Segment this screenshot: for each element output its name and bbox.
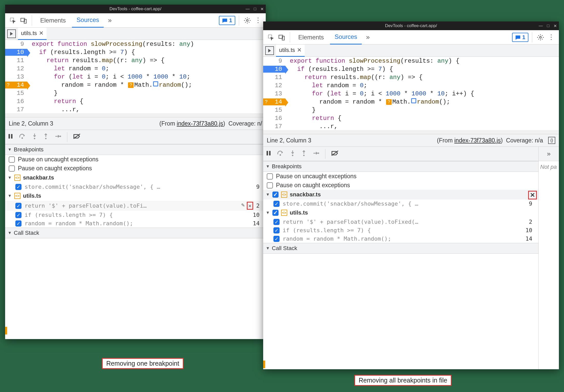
deactivate-breakpoints-icon[interactable]	[73, 133, 81, 141]
step-icon[interactable]	[54, 133, 61, 141]
pretty-print-icon[interactable]: {}	[548, 137, 555, 144]
line-gutter[interactable]: 14?	[5, 82, 27, 88]
line-gutter[interactable]: 17	[5, 106, 27, 113]
code-line[interactable]: }	[27, 90, 58, 97]
tab-elements[interactable]: Elements	[294, 30, 328, 44]
breakpoint-item[interactable]: ✓ store.commit('snackbar/showMessage', {…	[263, 199, 538, 208]
code-line[interactable]: ...r,	[27, 106, 80, 113]
code-line[interactable]: let random = 0;	[27, 65, 109, 72]
code-line[interactable]: if (results.length >= 7) {	[27, 49, 135, 56]
horizontal-scrollbar[interactable]	[263, 130, 559, 134]
line-gutter[interactable]: 11	[5, 57, 27, 64]
settings-gear-icon[interactable]	[536, 33, 545, 42]
edit-breakpoint-icon[interactable]: ✎	[241, 202, 244, 210]
tab-elements[interactable]: Elements	[36, 13, 70, 28]
breakpoint-item[interactable]: ✓ random = random * Math.random();14	[263, 234, 538, 243]
callstack-section-header[interactable]: ▼ Call Stack	[5, 228, 266, 238]
code-line[interactable]: random = random * ?Math.random();	[285, 98, 450, 105]
checkbox-checked[interactable]: ✓	[15, 212, 22, 218]
checkbox-checked[interactable]: ✓	[272, 210, 279, 216]
line-gutter[interactable]: 17	[263, 123, 285, 130]
pause-icon[interactable]	[8, 133, 13, 141]
checkbox-checked[interactable]: ✓	[273, 236, 280, 242]
remove-file-breakpoints-button[interactable]: ✕	[528, 191, 537, 199]
breakpoint-group-header[interactable]: ▼ <> snackbar.ts	[5, 173, 266, 183]
close-tab-icon[interactable]: ✕	[297, 47, 302, 53]
navigator-toggle-icon[interactable]	[265, 46, 274, 55]
code-editor[interactable]: 9export function slowProcessing(results:…	[263, 57, 559, 130]
pause-icon[interactable]	[266, 150, 271, 158]
breakpoint-group-header[interactable]: ▼ ✓ <> utils.ts	[263, 208, 538, 218]
source-link[interactable]: index-73f73a80.js	[454, 137, 501, 144]
code-line[interactable]: ...r,	[285, 123, 338, 130]
breakpoint-item[interactable]: ✓ return '$' + parseFloat(value).toFixed…	[263, 218, 538, 226]
code-line[interactable]: return results.map((r: any) => {	[27, 57, 165, 64]
line-gutter[interactable]: 14?	[263, 98, 285, 105]
checkbox-unchecked[interactable]	[9, 156, 15, 163]
device-toolbar-icon[interactable]	[277, 33, 286, 42]
breakpoint-item[interactable]: ✓ if (results.length >= 7) {10	[263, 226, 538, 234]
remove-breakpoint-icon[interactable]: ✕	[247, 202, 253, 210]
close-icon[interactable]: ✕	[260, 7, 264, 12]
more-panels-icon[interactable]: »	[539, 147, 559, 161]
line-gutter[interactable]: 9	[263, 58, 285, 64]
breakpoint-item[interactable]: ✓ if (results.length >= 7) {10	[5, 211, 266, 219]
code-line[interactable]: return {	[27, 98, 83, 105]
horizontal-scrollbar[interactable]	[5, 114, 266, 117]
pause-uncaught-row[interactable]: Pause on uncaught exceptions	[5, 155, 266, 164]
file-tab-utils[interactable]: utils.ts ✕	[18, 28, 47, 40]
callstack-section-header[interactable]: ▼ Call Stack	[263, 243, 538, 254]
more-tabs-icon[interactable]: »	[363, 33, 373, 42]
step-out-icon[interactable]	[301, 150, 307, 158]
pause-caught-row[interactable]: Pause on caught exceptions	[5, 164, 266, 173]
code-line[interactable]: return {	[285, 115, 342, 122]
checkbox-checked[interactable]: ✓	[15, 220, 22, 227]
breakpoint-group-header[interactable]: ▼ <> utils.ts	[5, 191, 266, 201]
breakpoint-group-header[interactable]: ▼ ✓ <> snackbar.ts✕	[263, 190, 538, 199]
breakpoints-section-header[interactable]: ▼ Breakpoints	[5, 144, 266, 155]
checkbox-checked[interactable]: ✓	[15, 184, 22, 190]
minimize-icon[interactable]: —	[246, 7, 250, 12]
line-gutter[interactable]: 10	[5, 49, 27, 56]
step-icon[interactable]	[312, 150, 320, 158]
line-gutter[interactable]: 9	[5, 41, 27, 48]
code-line[interactable]: random = random * ?Math.random();	[27, 82, 192, 88]
line-gutter[interactable]: 12	[263, 82, 285, 89]
titlebar[interactable]: DevTools - coffee-cart.app/ — □ ✕	[263, 21, 559, 30]
checkbox-checked[interactable]: ✓	[273, 219, 280, 225]
maximize-icon[interactable]: □	[547, 24, 549, 28]
pause-uncaught-row[interactable]: Pause on uncaught exceptions	[263, 172, 538, 181]
code-line[interactable]: export function slowProcessing(results: …	[285, 58, 460, 64]
step-over-icon[interactable]	[277, 150, 284, 158]
maximize-icon[interactable]: □	[254, 7, 256, 12]
breakpoint-item[interactable]: ✓ return '$' + parseFloat(value).toFi… ✎…	[5, 201, 266, 211]
more-tabs-icon[interactable]: »	[105, 16, 114, 25]
checkbox-unchecked[interactable]	[267, 173, 273, 180]
step-into-icon[interactable]	[32, 133, 37, 141]
kebab-menu-icon[interactable]: ⋮	[253, 16, 263, 25]
source-link[interactable]: index-73f73a80.js	[177, 120, 223, 127]
line-gutter[interactable]: 12	[5, 65, 27, 72]
line-gutter[interactable]: 13	[263, 90, 285, 97]
issues-button[interactable]: 1	[512, 33, 528, 42]
step-over-icon[interactable]	[19, 133, 26, 141]
code-line[interactable]: for (let i = 0; i < 1000 * 1000 * 10;	[27, 73, 190, 80]
inspect-element-icon[interactable]	[266, 33, 275, 42]
breakpoint-item[interactable]: ✓ store.commit('snackbar/showMessage', {…	[5, 183, 266, 191]
line-gutter[interactable]: 15	[263, 107, 285, 114]
checkbox-unchecked[interactable]	[267, 182, 273, 188]
file-tab-utils[interactable]: utils.ts ✕	[276, 44, 305, 57]
checkbox-checked[interactable]: ✓	[273, 201, 280, 207]
code-line[interactable]: return results.map((r: any) => {	[285, 74, 423, 81]
code-line[interactable]: export function slowProcessing(results: …	[27, 41, 194, 48]
checkbox-checked[interactable]: ✓	[272, 192, 279, 198]
close-icon[interactable]: ✕	[554, 24, 557, 28]
checkbox-checked[interactable]: ✓	[15, 203, 22, 209]
titlebar[interactable]: DevTools - coffee-cart.app/ — □ ✕	[5, 5, 266, 13]
line-gutter[interactable]: 16	[5, 98, 27, 105]
code-line[interactable]: }	[285, 107, 316, 114]
minimize-icon[interactable]: —	[539, 24, 543, 28]
settings-gear-icon[interactable]	[243, 16, 252, 25]
device-toolbar-icon[interactable]	[19, 16, 28, 25]
line-gutter[interactable]: 10	[263, 66, 285, 73]
